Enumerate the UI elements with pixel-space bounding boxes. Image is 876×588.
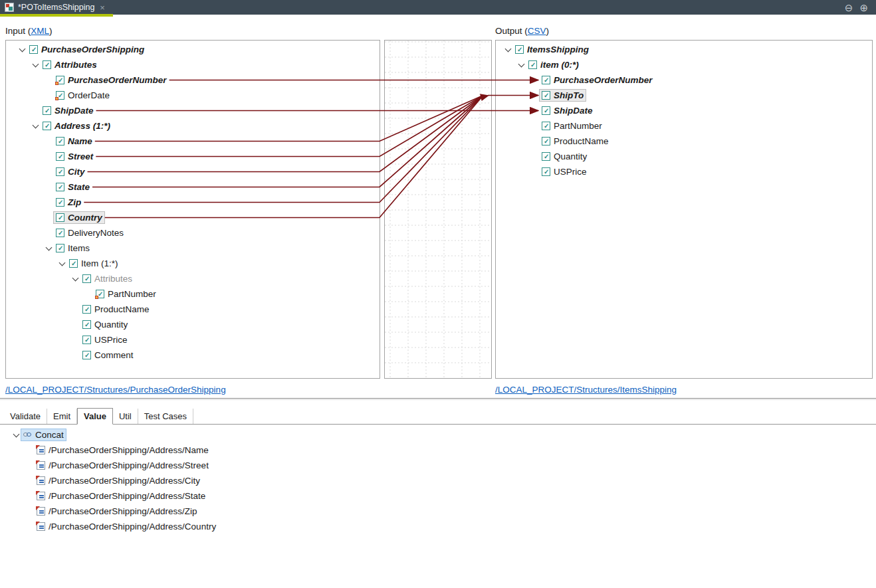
attribute-icon <box>56 76 64 84</box>
element-icon <box>43 122 51 130</box>
maximize-icon[interactable]: ⊕ <box>859 3 868 13</box>
row-content: City <box>53 165 88 178</box>
row-content: /PurchaseOrderShipping/Address/Name <box>34 444 211 456</box>
source-row-quantity[interactable]: Quantity <box>6 317 380 332</box>
row-content: DeliveryNotes <box>53 227 126 239</box>
source-row-orderdate[interactable]: OrderDate <box>6 88 380 103</box>
row-content: Country <box>53 211 105 224</box>
value-row-purchaseordershipping-address-country[interactable]: /PurchaseOrderShipping/Address/Country <box>0 519 876 534</box>
element-icon <box>82 320 91 329</box>
element-icon <box>43 60 51 69</box>
source-row-items[interactable]: Items <box>6 241 380 256</box>
editor-tab[interactable]: *POToItemsShipping × <box>0 0 113 15</box>
source-row-comment[interactable]: Comment <box>6 347 380 363</box>
source-row-name[interactable]: Name <box>6 134 380 149</box>
source-row-attributes[interactable]: Attributes <box>6 57 380 72</box>
tree-label: Country <box>68 213 102 223</box>
target-structure-link[interactable]: /LOCAL_PROJECT/Structures/ItemsShipping <box>495 385 677 395</box>
source-row-partnumber[interactable]: PartNumber <box>6 286 380 302</box>
tree-label: USPrice <box>554 167 587 177</box>
tree-label: item (0:*) <box>540 60 579 70</box>
tree-label: Quantity <box>94 320 128 330</box>
row-content: Name <box>53 135 95 147</box>
value-row-concat[interactable]: Concat <box>0 427 876 442</box>
element-icon <box>56 167 64 176</box>
tab-emit[interactable]: Emit <box>47 409 77 424</box>
titlebar: *POToItemsShipping × ⊖ ⊕ <box>0 0 876 15</box>
tree-label: Attributes <box>94 274 132 284</box>
target-row-quantity[interactable]: Quantity <box>496 149 872 164</box>
argument-icon <box>37 476 45 485</box>
source-row-deliverynotes[interactable]: DeliveryNotes <box>6 225 380 241</box>
row-content: Items <box>53 242 92 254</box>
element-icon <box>82 351 91 359</box>
tree-label: /PurchaseOrderShipping/Address/State <box>49 491 205 501</box>
source-tree: PurchaseOrderShippingAttributesPurchaseO… <box>6 41 380 363</box>
tree-label: PartNumber <box>554 121 602 131</box>
row-content: Comment <box>80 349 136 361</box>
element-icon <box>542 122 550 130</box>
tab-test-cases[interactable]: Test Cases <box>138 409 193 424</box>
source-row-item-1[interactable]: Item (1:*) <box>6 256 380 271</box>
tree-label: PurchaseOrderNumber <box>554 75 653 85</box>
tree-label: PurchaseOrderShipping <box>41 45 144 54</box>
tab-util[interactable]: Util <box>113 409 138 424</box>
row-content: /PurchaseOrderShipping/Address/State <box>34 490 208 502</box>
output-format-label: Output (CSV) <box>495 26 549 36</box>
value-row-purchaseordershipping-address-street[interactable]: /PurchaseOrderShipping/Address/Street <box>0 458 876 473</box>
value-row-purchaseordershipping-address-city[interactable]: /PurchaseOrderShipping/Address/City <box>0 473 876 488</box>
row-content: PartNumber <box>93 288 159 300</box>
output-format-link[interactable]: CSV <box>528 26 546 36</box>
target-row-shipto[interactable]: ShipTo <box>496 88 872 103</box>
row-content: Address (1:*) <box>40 120 113 132</box>
source-row-city[interactable]: City <box>6 164 380 179</box>
tree-label: /PurchaseOrderShipping/Address/Country <box>49 522 216 532</box>
tab-validate[interactable]: Validate <box>4 409 47 424</box>
tab-value[interactable]: Value <box>77 408 113 425</box>
source-row-usprice[interactable]: USPrice <box>6 332 380 347</box>
tab-title: *POToItemsShipping <box>18 3 94 12</box>
tree-label: Item (1:*) <box>81 258 118 268</box>
window-controls: ⊖ ⊕ <box>845 0 876 15</box>
source-row-productname[interactable]: ProductName <box>6 302 380 317</box>
value-row-purchaseordershipping-address-zip[interactable]: /PurchaseOrderShipping/Address/Zip <box>0 504 876 519</box>
target-row-shipdate[interactable]: ShipDate <box>496 103 872 118</box>
target-row-itemsshipping[interactable]: ItemsShipping <box>496 42 872 57</box>
tree-label: OrderDate <box>68 90 110 100</box>
minimize-icon[interactable]: ⊖ <box>845 3 853 13</box>
tree-label: /PurchaseOrderShipping/Address/Zip <box>49 506 197 516</box>
target-row-usprice[interactable]: USPrice <box>496 164 872 179</box>
input-format-link[interactable]: XML <box>31 26 49 36</box>
source-row-purchaseordernumber[interactable]: PurchaseOrderNumber <box>6 72 380 88</box>
source-row-address-1[interactable]: Address (1:*) <box>6 118 380 134</box>
row-content: PurchaseOrderShipping <box>27 43 147 56</box>
target-row-partnumber[interactable]: PartNumber <box>496 118 872 134</box>
tree-label: Concat <box>35 430 64 440</box>
source-row-state[interactable]: State <box>6 179 380 195</box>
tab-close-icon[interactable]: × <box>100 3 105 13</box>
attribute-icon <box>56 91 64 100</box>
source-structure-link[interactable]: /LOCAL_PROJECT/Structures/PurchaseOrderS… <box>5 385 226 395</box>
value-row-purchaseordershipping-address-state[interactable]: /PurchaseOrderShipping/Address/State <box>0 488 876 504</box>
row-content: OrderDate <box>53 89 112 102</box>
element-icon <box>542 76 550 84</box>
tree-label: ProductName <box>94 304 150 314</box>
target-row-productname[interactable]: ProductName <box>496 134 872 149</box>
row-content: /PurchaseOrderShipping/Address/Country <box>34 520 219 533</box>
target-row-purchaseordernumber[interactable]: PurchaseOrderNumber <box>496 72 872 88</box>
source-row-attributes[interactable]: Attributes <box>6 271 380 286</box>
source-row-street[interactable]: Street <box>6 149 380 164</box>
element-icon <box>82 336 91 344</box>
value-row-purchaseordershipping-address-name[interactable]: /PurchaseOrderShipping/Address/Name <box>0 442 876 458</box>
element-icon <box>542 137 550 146</box>
source-row-country[interactable]: Country <box>6 210 380 225</box>
source-row-shipdate[interactable]: ShipDate <box>6 103 380 118</box>
row-content: PurchaseOrderNumber <box>53 74 169 86</box>
target-row-item-0[interactable]: item (0:*) <box>496 57 872 72</box>
source-row-zip[interactable]: Zip <box>6 195 380 210</box>
target-tree: ItemsShippingitem (0:*)PurchaseOrderNumb… <box>496 41 872 179</box>
element-icon <box>69 259 78 268</box>
splitter[interactable] <box>0 398 876 399</box>
source-row-purchaseordershipping[interactable]: PurchaseOrderShipping <box>6 42 380 57</box>
argument-icon <box>37 492 45 500</box>
